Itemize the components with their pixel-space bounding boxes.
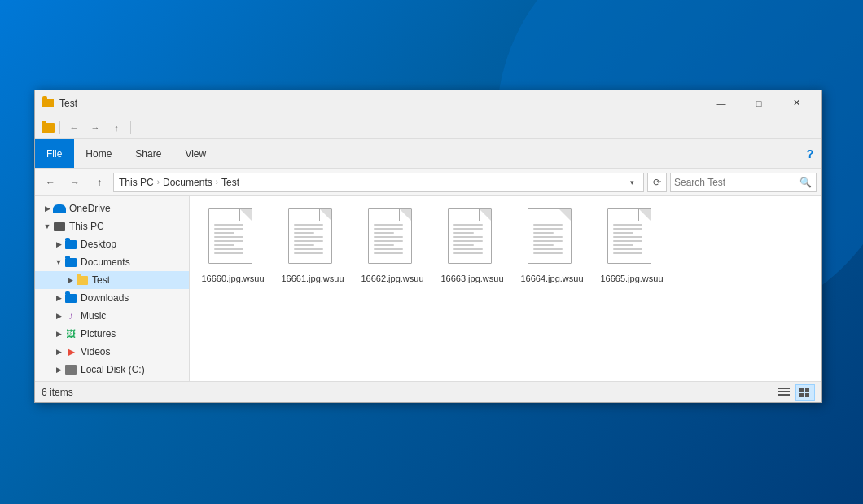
doc-line-0 bbox=[374, 224, 403, 226]
file-name: 16665.jpg.wsuu bbox=[600, 273, 663, 284]
file-name: 16664.jpg.wsuu bbox=[520, 273, 583, 284]
sidebar-item-pictures[interactable]: ▶ 🖼 Pictures bbox=[35, 325, 189, 343]
doc-line-1 bbox=[214, 228, 243, 230]
file-item[interactable]: 16663.jpg.wsuu bbox=[436, 203, 509, 290]
address-dropdown-button[interactable]: ▾ bbox=[625, 176, 638, 189]
sidebar-item-thispc[interactable]: ▼ This PC bbox=[35, 217, 189, 235]
crumb-sep-1: › bbox=[157, 177, 160, 186]
qa-back-button[interactable]: ← bbox=[65, 119, 83, 137]
doc-lines bbox=[453, 224, 483, 254]
nav-up-button[interactable]: ↑ bbox=[89, 172, 110, 193]
minimize-button[interactable]: — bbox=[703, 90, 740, 116]
sidebar-item-music[interactable]: ▶ ♪ Music bbox=[35, 307, 189, 325]
sidebar-item-downloads[interactable]: ▶ Downloads bbox=[35, 289, 189, 307]
folder-icon-title bbox=[42, 99, 54, 107]
sidebar-item-desktop[interactable]: ▶ Desktop bbox=[35, 235, 189, 253]
doc-line-7 bbox=[294, 252, 323, 254]
search-input[interactable] bbox=[674, 177, 798, 188]
crumb-sep-2: › bbox=[216, 177, 218, 186]
file-item[interactable]: 16662.jpg.wsuu bbox=[356, 203, 429, 290]
doc-line-6 bbox=[214, 248, 243, 250]
help-button[interactable]: ? bbox=[799, 139, 821, 168]
file-item[interactable]: 16661.jpg.wsuu bbox=[276, 203, 349, 290]
folder-icon-documents bbox=[64, 256, 77, 269]
tab-view[interactable]: View bbox=[173, 139, 218, 168]
doc-line-0 bbox=[613, 224, 642, 226]
doc-line-2 bbox=[294, 232, 314, 234]
title-bar: Test — □ ✕ bbox=[35, 90, 821, 116]
doc-line-2 bbox=[533, 232, 554, 234]
doc-lines bbox=[214, 224, 243, 254]
nav-forward-button[interactable]: → bbox=[64, 172, 85, 193]
address-bar[interactable]: This PC › Documents › Test ▾ bbox=[113, 173, 644, 192]
maximize-button[interactable]: □ bbox=[740, 90, 778, 116]
file-area: 16660.jpg.wsuu 16661.jpg.wsuu 16662.jpg.… bbox=[190, 196, 821, 381]
tab-file[interactable]: File bbox=[35, 139, 74, 168]
doc-line-2 bbox=[374, 232, 394, 234]
doc-line-1 bbox=[533, 228, 563, 230]
explorer-window: Test — □ ✕ ← → ↑ File Home Share View ? … bbox=[34, 90, 822, 403]
file-item[interactable]: 16660.jpg.wsuu bbox=[196, 203, 269, 290]
close-button[interactable]: ✕ bbox=[778, 90, 815, 116]
doc-line-5 bbox=[214, 244, 234, 246]
folder-icon-downloads bbox=[64, 291, 77, 305]
crumb-thispc[interactable]: This PC bbox=[119, 177, 154, 188]
doc-line-2 bbox=[214, 232, 234, 234]
sidebar-label-pictures: Pictures bbox=[81, 328, 116, 340]
doc-line-1 bbox=[294, 228, 323, 230]
doc-icon bbox=[208, 208, 252, 264]
svg-rect-2 bbox=[778, 394, 790, 396]
large-icons-view-button[interactable] bbox=[795, 384, 815, 401]
music-icon: ♪ bbox=[64, 309, 77, 322]
doc-line-0 bbox=[214, 224, 243, 226]
doc-icon bbox=[448, 208, 492, 264]
doc-lines bbox=[533, 224, 563, 254]
doc-icon bbox=[368, 208, 412, 264]
doc-line-6 bbox=[453, 248, 483, 250]
file-item[interactable]: 16665.jpg.wsuu bbox=[595, 203, 668, 290]
videos-icon: ▶ bbox=[64, 345, 77, 358]
doc-lines bbox=[613, 224, 642, 254]
doc-line-3 bbox=[613, 236, 642, 238]
nav-back-button[interactable]: ← bbox=[40, 172, 61, 193]
doc-line-3 bbox=[374, 236, 403, 238]
svg-rect-1 bbox=[778, 391, 790, 392]
qa-forward-button[interactable]: → bbox=[86, 119, 104, 137]
expand-arrow-downloads: ▶ bbox=[53, 292, 64, 304]
qa-up-button[interactable]: ↑ bbox=[107, 119, 125, 137]
search-icon[interactable]: 🔍 bbox=[798, 175, 813, 190]
file-item[interactable]: 16664.jpg.wsuu bbox=[515, 203, 589, 290]
qa-folder-icon bbox=[42, 123, 55, 133]
expand-arrow-test: ▶ bbox=[64, 274, 76, 286]
navigation-bar: ← → ↑ This PC › Documents › Test ▾ ⟳ 🔍 bbox=[35, 169, 821, 196]
quick-access-toolbar: ← → ↑ bbox=[35, 116, 821, 139]
sidebar-label-desktop: Desktop bbox=[81, 239, 116, 250]
doc-line-3 bbox=[453, 236, 483, 238]
ribbon: File Home Share View ? bbox=[35, 139, 821, 169]
doc-line-1 bbox=[374, 228, 403, 230]
crumb-documents[interactable]: Documents bbox=[163, 177, 212, 188]
search-box[interactable]: 🔍 bbox=[670, 173, 817, 192]
crumb-test[interactable]: Test bbox=[221, 177, 239, 188]
sidebar-item-test[interactable]: ▶ Test bbox=[35, 271, 189, 289]
doc-line-7 bbox=[214, 252, 243, 254]
svg-rect-4 bbox=[805, 388, 809, 392]
qa-separator-1 bbox=[59, 121, 60, 134]
sidebar-label-documents: Documents bbox=[81, 256, 130, 268]
tab-home[interactable]: Home bbox=[74, 139, 124, 168]
svg-rect-0 bbox=[778, 388, 790, 389]
svg-rect-5 bbox=[799, 393, 804, 397]
disk-icon bbox=[64, 363, 77, 376]
doc-line-6 bbox=[533, 248, 563, 250]
details-view-button[interactable] bbox=[774, 384, 794, 401]
onedrive-icon bbox=[53, 202, 66, 215]
tab-share[interactable]: Share bbox=[124, 139, 173, 168]
sidebar-label-thispc: This PC bbox=[69, 221, 104, 232]
sidebar-item-videos[interactable]: ▶ ▶ Videos bbox=[35, 343, 189, 361]
sidebar-item-onedrive[interactable]: ▶ OneDrive bbox=[35, 199, 189, 217]
doc-line-5 bbox=[613, 244, 633, 246]
refresh-button[interactable]: ⟳ bbox=[647, 173, 667, 192]
sidebar-item-localdisk[interactable]: ▶ Local Disk (C:) bbox=[35, 361, 189, 379]
sidebar-item-documents[interactable]: ▼ Documents bbox=[35, 253, 189, 271]
doc-line-5 bbox=[533, 244, 554, 246]
